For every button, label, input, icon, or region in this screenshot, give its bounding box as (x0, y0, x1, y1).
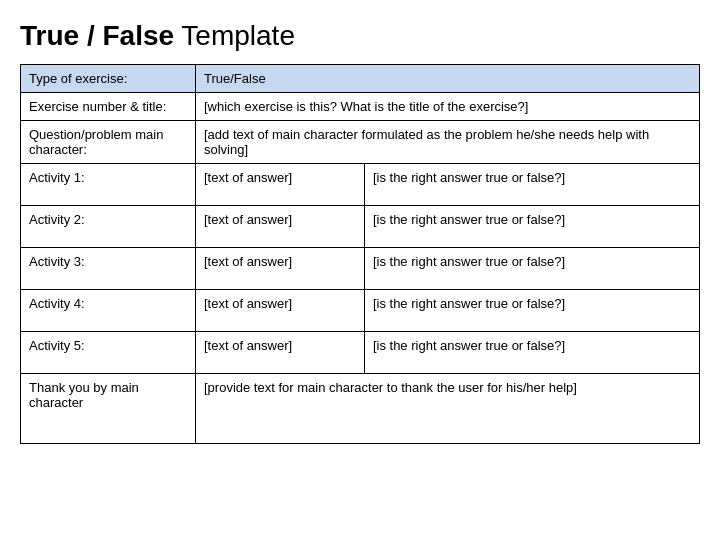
label-activity-3: Activity 3: (21, 248, 196, 290)
answer-activity-1: [text of answer] (196, 164, 365, 206)
value-exercise: [which exercise is this? What is the tit… (196, 93, 700, 121)
label-activity-2: Activity 2: (21, 206, 196, 248)
truefalse-activity-1: [is the right answer true or false?] (364, 164, 699, 206)
table-row: Activity 3: [text of answer] [is the rig… (21, 248, 700, 290)
value-question: [add text of main character formulated a… (196, 121, 700, 164)
label-activity-4: Activity 4: (21, 290, 196, 332)
answer-activity-5: [text of answer] (196, 332, 365, 374)
label-activity-1: Activity 1: (21, 164, 196, 206)
table-row: Exercise number & title: [which exercise… (21, 93, 700, 121)
table-row: Thank you by main character [provide tex… (21, 374, 700, 444)
label-type: Type of exercise: (21, 65, 196, 93)
value-type: True/False (196, 65, 700, 93)
table-row: Type of exercise: True/False (21, 65, 700, 93)
truefalse-activity-4: [is the right answer true or false?] (364, 290, 699, 332)
label-activity-5: Activity 5: (21, 332, 196, 374)
table-row: Activity 2: [text of answer] [is the rig… (21, 206, 700, 248)
title-part1: True / False (20, 20, 174, 51)
value-thankyou: [provide text for main character to than… (196, 374, 700, 444)
label-exercise: Exercise number & title: (21, 93, 196, 121)
answer-activity-3: [text of answer] (196, 248, 365, 290)
title-part2-text: Template (181, 20, 295, 51)
truefalse-activity-5: [is the right answer true or false?] (364, 332, 699, 374)
table-row: Activity 1: [text of answer] [is the rig… (21, 164, 700, 206)
answer-activity-4: [text of answer] (196, 290, 365, 332)
template-table: Type of exercise: True/False Exercise nu… (20, 64, 700, 444)
table-row: Activity 4: [text of answer] [is the rig… (21, 290, 700, 332)
table-row: Question/problem main character: [add te… (21, 121, 700, 164)
label-thankyou: Thank you by main character (21, 374, 196, 444)
truefalse-activity-3: [is the right answer true or false?] (364, 248, 699, 290)
label-question: Question/problem main character: (21, 121, 196, 164)
answer-activity-2: [text of answer] (196, 206, 365, 248)
page-title: True / False Template (20, 20, 700, 52)
truefalse-activity-2: [is the right answer true or false?] (364, 206, 699, 248)
table-row: Activity 5: [text of answer] [is the rig… (21, 332, 700, 374)
